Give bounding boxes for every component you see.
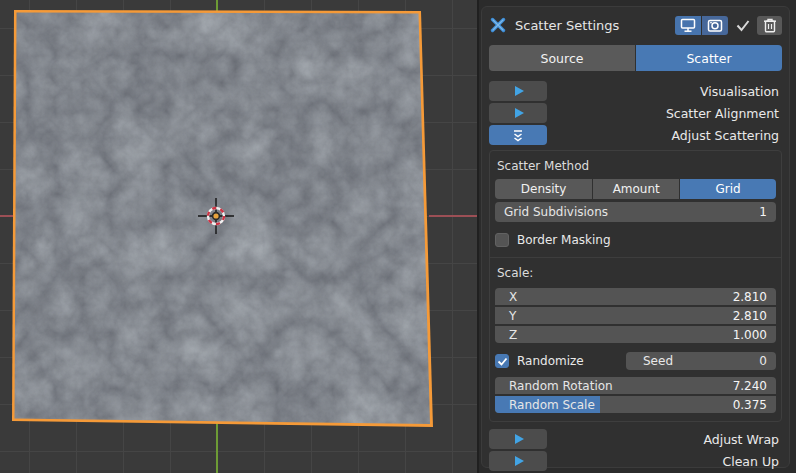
visualisation-row: Visualisation — [489, 81, 782, 101]
visualisation-run-button[interactable] — [489, 81, 547, 101]
y-axis-line-bottom — [216, 419, 218, 473]
random-rotation-value: 7.240 — [733, 379, 767, 393]
scatter-method-label: Scatter Method — [495, 156, 776, 179]
grid-subdivisions-label: Grid Subdivisions — [504, 205, 608, 219]
delete-button[interactable] — [757, 16, 782, 35]
visualisation-label: Visualisation — [547, 84, 782, 99]
adjust-wrap-row: Adjust Wrap — [489, 429, 782, 449]
method-density-button[interactable]: Density — [495, 179, 592, 199]
scatter-addon-icon — [489, 16, 507, 34]
play-icon — [515, 108, 524, 118]
scale-x-slider[interactable]: X 2.810 — [495, 288, 776, 305]
scale-z-value: 1.000 — [733, 328, 767, 342]
panel-region: Scatter Settings — [479, 0, 796, 473]
scale-xyz-group: X 2.810 Y 2.810 Z 1.000 — [495, 288, 776, 343]
camera-icon — [706, 17, 724, 34]
adjust-scattering-row: Adjust Scattering — [489, 125, 782, 145]
adjust-wrap-run-button[interactable] — [489, 429, 547, 449]
tab-scatter[interactable]: Scatter — [636, 45, 782, 71]
adjust-wrap-label: Adjust Wrap — [547, 432, 782, 447]
method-amount-button[interactable]: Amount — [593, 179, 679, 199]
scatter-alignment-row: Scatter Alignment — [489, 103, 782, 123]
display-render-toggle[interactable] — [702, 16, 728, 35]
adjust-scattering-label: Adjust Scattering — [547, 128, 782, 143]
viewport-3d[interactable] — [0, 0, 479, 473]
random-rotation-slider[interactable]: Random Rotation 7.240 — [495, 377, 776, 394]
x-axis-line-left — [0, 215, 14, 217]
scale-z-label: Z — [504, 328, 517, 342]
panel-title: Scatter Settings — [515, 18, 675, 33]
scatter-alignment-run-button[interactable] — [489, 103, 547, 123]
clean-up-run-button[interactable] — [489, 451, 547, 471]
randomize-row: Randomize Seed 0 — [495, 352, 776, 370]
seed-value: 0 — [759, 354, 767, 368]
x-axis-line-right — [429, 215, 477, 217]
scale-z-slider[interactable]: Z 1.000 — [495, 326, 776, 343]
cursor-3d-icon — [198, 198, 234, 234]
grid-subdivisions-value: 1 — [759, 205, 767, 219]
random-rotation-label: Random Rotation — [504, 379, 613, 393]
scale-y-value: 2.810 — [733, 309, 767, 323]
randomize-label: Randomize — [517, 354, 584, 368]
adjust-scattering-subpanel: Scatter Method Density Amount Grid Grid … — [489, 150, 782, 422]
play-icon — [515, 434, 524, 444]
scatter-settings-panel: Scatter Settings — [481, 6, 790, 468]
check-icon — [734, 17, 752, 33]
method-grid-button[interactable]: Grid — [680, 179, 776, 199]
random-scale-label: Random Scale — [504, 398, 595, 412]
scale-label: Scale: — [495, 258, 776, 286]
clean-up-label: Clean Up — [547, 454, 782, 469]
tab-source[interactable]: Source — [489, 45, 635, 71]
random-scale-value: 0.375 — [733, 398, 767, 412]
play-icon — [515, 456, 524, 466]
scale-x-value: 2.810 — [733, 290, 767, 304]
mode-tabs: Source Scatter — [489, 45, 782, 71]
randomize-checkbox[interactable] — [495, 354, 509, 368]
grid-subdivisions-slider[interactable]: Grid Subdivisions 1 — [495, 202, 776, 222]
panel-header: Scatter Settings — [489, 11, 782, 39]
monitor-icon — [679, 17, 697, 34]
y-axis-line-top — [216, 0, 218, 11]
operator-rows: Visualisation Scatter Alignment Adjust S… — [489, 81, 782, 145]
trash-icon — [761, 17, 779, 34]
scale-x-label: X — [504, 290, 517, 304]
scale-y-slider[interactable]: Y 2.810 — [495, 307, 776, 324]
display-viewport-toggle[interactable] — [675, 16, 701, 35]
rock-plane-object[interactable] — [0, 0, 477, 473]
adjust-scattering-collapse-button[interactable] — [489, 125, 547, 145]
seed-label: Seed — [643, 354, 673, 368]
border-masking-checkbox[interactable] — [495, 233, 509, 247]
random-group: Random Rotation 7.240 Random Scale 0.375 — [495, 377, 776, 413]
play-icon — [515, 86, 524, 96]
scatter-method-segmented: Density Amount Grid — [495, 179, 776, 199]
border-masking-row: Border Masking — [495, 232, 776, 248]
apply-button[interactable] — [732, 16, 754, 35]
check-icon — [497, 357, 508, 366]
screen: Scatter Settings — [0, 0, 796, 473]
rock-texture — [0, 0, 477, 473]
clean-up-row: Clean Up — [489, 451, 782, 471]
seed-field[interactable]: Seed 0 — [626, 352, 776, 370]
random-scale-slider[interactable]: Random Scale 0.375 — [495, 396, 776, 413]
footer-operator-rows: Adjust Wrap Clean Up — [489, 429, 782, 471]
scale-y-label: Y — [504, 309, 516, 323]
double-chevron-down-icon — [510, 129, 526, 142]
scatter-alignment-label: Scatter Alignment — [547, 106, 782, 121]
border-masking-label: Border Masking — [517, 233, 611, 247]
